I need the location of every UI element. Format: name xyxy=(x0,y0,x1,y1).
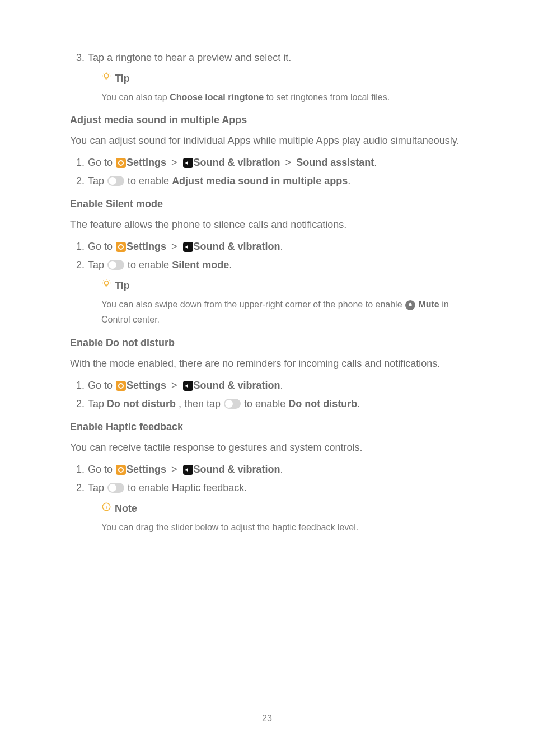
text-goto: Go to xyxy=(88,464,115,475)
period: . xyxy=(280,241,283,252)
toggle-icon xyxy=(107,260,124,270)
info-icon xyxy=(101,501,111,516)
mute-label: Mute xyxy=(416,300,439,309)
step-text: Go to Settings > Sound & vibration. xyxy=(88,239,464,254)
bold-label: Do not disturb xyxy=(288,398,357,409)
text-tap: Tap xyxy=(88,259,107,270)
settings-label: Settings xyxy=(127,380,166,391)
tip-body: You can also tap Choose local ringtone t… xyxy=(101,90,464,105)
heading-dnd: Enable Do not disturb xyxy=(70,335,464,351)
settings-label: Settings xyxy=(127,464,166,475)
step-text: Tap Do not disturb , then tap to enable … xyxy=(88,396,464,412)
text-goto: Go to xyxy=(88,241,115,252)
sound-label: Sound & vibration xyxy=(194,157,280,168)
breadcrumb-sep: > xyxy=(285,157,292,168)
dnd-step-2: 2. Tap Do not disturb , then tap to enab… xyxy=(70,396,464,412)
settings-icon xyxy=(116,158,126,168)
speaker-icon xyxy=(183,465,193,475)
svg-line-10 xyxy=(104,280,104,281)
text-goto: Go to xyxy=(88,157,115,168)
list-number: 1. xyxy=(70,462,85,477)
dnd-label: Do not disturb xyxy=(107,398,176,409)
note-label: Note xyxy=(115,501,137,516)
dnd-step-1: 1. Go to Settings > Sound & vibration. xyxy=(70,378,464,393)
speaker-icon xyxy=(183,158,193,168)
settings-label: Settings xyxy=(127,157,166,168)
list-number: 1. xyxy=(70,155,85,170)
tip-label: Tip xyxy=(115,71,130,86)
step-text: Go to Settings > Sound & vibration. xyxy=(88,462,464,477)
adjust-step-2: 2. Tap to enable Adjust media sound in m… xyxy=(70,174,464,189)
text-then: , then tap xyxy=(176,398,223,409)
bold-label: Silent mode xyxy=(172,259,229,270)
sound-label: Sound & vibration xyxy=(194,241,280,252)
text-goto: Go to xyxy=(88,380,115,391)
toggle-icon xyxy=(224,399,241,409)
text-enable: to enable Haptic feedback. xyxy=(128,482,247,493)
svg-line-5 xyxy=(109,73,110,73)
speaker-icon xyxy=(183,381,193,391)
text-tap: Tap xyxy=(88,175,107,186)
list-number: 3. xyxy=(70,50,85,66)
tip-header: Tip xyxy=(101,71,464,86)
breadcrumb-sep: > xyxy=(171,464,177,475)
settings-icon xyxy=(116,242,126,252)
step-text: Tap to enable Silent mode. xyxy=(88,258,464,273)
text-enable: to enable xyxy=(244,398,288,409)
assistant-label: Sound assistant xyxy=(296,157,374,168)
text-tap: Tap xyxy=(88,398,107,409)
note-body: You can drag the slider below to adjust … xyxy=(101,520,464,535)
settings-icon xyxy=(116,465,126,475)
breadcrumb-sep: > xyxy=(171,241,177,252)
page-number: 23 xyxy=(0,712,534,725)
breadcrumb-sep: > xyxy=(171,157,177,168)
silent-step-1: 1. Go to Settings > Sound & vibration. xyxy=(70,239,464,254)
toggle-icon xyxy=(107,176,124,186)
step-text: Tap a ringtone to hear a preview and sel… xyxy=(88,50,464,66)
tip-text-post: to set ringtones from local files. xyxy=(264,92,390,102)
heading-haptic: Enable Haptic feedback xyxy=(70,419,464,435)
toggle-icon xyxy=(107,483,124,493)
list-number: 2. xyxy=(70,480,85,496)
silent-step-2: 2. Tap to enable Silent mode. xyxy=(70,258,464,273)
tip-bold: Choose local ringtone xyxy=(170,92,264,102)
haptic-step-1: 1. Go to Settings > Sound & vibration. xyxy=(70,462,464,477)
list-number: 2. xyxy=(70,258,85,273)
tip-header: Tip xyxy=(101,278,464,293)
sound-label: Sound & vibration xyxy=(194,464,280,475)
heading-silent: Enable Silent mode xyxy=(70,197,464,212)
speaker-icon xyxy=(183,242,193,252)
period: . xyxy=(357,398,360,409)
period: . xyxy=(348,175,350,186)
breadcrumb-sep: > xyxy=(171,380,177,391)
heading-adjust-media: Adjust media sound in multiple Apps xyxy=(70,113,464,128)
note-header: Note xyxy=(101,501,464,516)
step-text: Go to Settings > Sound & vibration. xyxy=(88,378,464,393)
mute-icon xyxy=(405,300,415,310)
step-text: Tap to enable Haptic feedback. xyxy=(88,480,464,496)
list-number: 2. xyxy=(70,174,85,189)
period: . xyxy=(374,157,377,168)
list-number: 2. xyxy=(70,396,85,412)
svg-line-11 xyxy=(109,280,110,281)
step-text: Go to Settings > Sound & vibration > Sou… xyxy=(88,155,464,170)
svg-point-6 xyxy=(104,281,109,286)
svg-line-4 xyxy=(104,73,104,73)
step-text: Tap to enable Adjust media sound in mult… xyxy=(88,174,464,189)
settings-icon xyxy=(116,381,126,391)
settings-label: Settings xyxy=(127,241,166,252)
sound-label: Sound & vibration xyxy=(194,380,280,391)
tip-label: Tip xyxy=(115,278,130,293)
list-number: 1. xyxy=(70,378,85,393)
period: . xyxy=(280,464,283,475)
period: . xyxy=(280,380,283,391)
haptic-step-2: 2. Tap to enable Haptic feedback. xyxy=(70,480,464,496)
text-tap: Tap xyxy=(88,482,107,493)
bold-label: Adjust media sound in multiple apps xyxy=(172,175,348,186)
tip-body: You can also swipe down from the upper-r… xyxy=(101,297,464,327)
adjust-step-1: 1. Go to Settings > Sound & vibration > … xyxy=(70,155,464,170)
list-number: 1. xyxy=(70,239,85,254)
svg-point-0 xyxy=(104,74,109,78)
lightbulb-icon xyxy=(101,278,111,293)
text-enable: to enable xyxy=(128,259,172,270)
